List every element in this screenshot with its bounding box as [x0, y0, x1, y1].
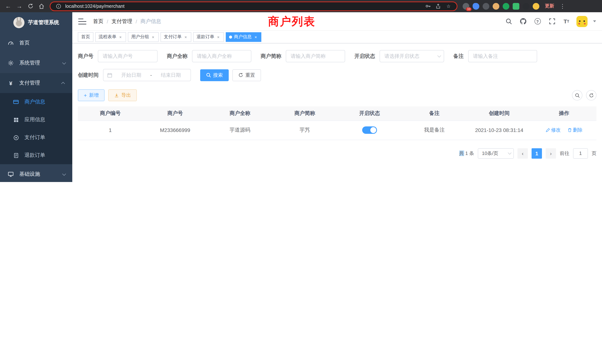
page-number-1[interactable]: 1 — [532, 148, 542, 159]
sidebar-item-label: 基础设施 — [19, 171, 40, 178]
prev-page-button[interactable]: ‹ — [517, 148, 528, 159]
sidebar-item-refund-order[interactable]: 退款订单 — [0, 146, 72, 164]
tab-home[interactable]: 首页 — [78, 32, 93, 42]
site-info-icon[interactable] — [55, 3, 62, 9]
short-name-input[interactable] — [286, 50, 345, 62]
extension-icon-6[interactable] — [513, 3, 519, 10]
full-name-input[interactable] — [192, 50, 251, 62]
tab-user-group[interactable]: 用户分组 × — [128, 32, 159, 42]
logo[interactable]: 芋道管理系统 — [0, 12, 72, 33]
create-time-range-picker[interactable]: 开始日期 - 结束日期 — [103, 69, 191, 81]
chevron-down-icon — [508, 151, 512, 155]
extension-icon-1[interactable]: 10 — [463, 3, 469, 10]
plus-icon: + — [84, 92, 87, 98]
sidebar-item-system[interactable]: 系统管理 — [0, 53, 72, 73]
tab-pay-order[interactable]: 支付订单 × — [161, 32, 191, 42]
download-icon — [114, 93, 119, 98]
main-content: 商户列表 首页 / 支付管理 / 商户信息 ? — [72, 12, 602, 182]
tab-label: 首页 — [81, 34, 90, 40]
delete-link[interactable]: 删除 — [567, 127, 582, 133]
page-size-select[interactable]: 10条/页 — [478, 148, 514, 159]
sidebar-item-payment[interactable]: ¥ 支付管理 — [0, 73, 72, 93]
date-separator: - — [150, 72, 152, 78]
remark-input[interactable] — [468, 50, 537, 62]
total-prefix: 共 — [459, 150, 464, 156]
extension-icon-5[interactable] — [503, 3, 509, 10]
refresh-table-icon[interactable] — [586, 90, 596, 100]
sidebar: 芋道管理系统 首页 系统管理 ¥ 支付管理 商户信息 — [0, 12, 72, 182]
tab-merchant-info[interactable]: 商户信息 × — [226, 32, 261, 42]
goto-label: 前往 — [560, 150, 569, 157]
back-icon[interactable]: ← — [3, 1, 13, 11]
sidebar-item-home[interactable]: 首页 — [0, 33, 72, 53]
forward-icon[interactable]: → — [14, 1, 24, 11]
date-end-placeholder: 结束日期 — [155, 72, 187, 78]
close-icon[interactable]: × — [254, 35, 258, 39]
tab-refund-order[interactable]: 退款订单 × — [193, 32, 224, 42]
breadcrumb-payment[interactable]: 支付管理 — [112, 18, 132, 25]
chevron-down-icon — [437, 54, 441, 57]
extension-icon-7[interactable] — [523, 3, 529, 10]
close-icon[interactable]: × — [118, 35, 123, 39]
col-full-name: 商户全称 — [208, 106, 272, 120]
extension-icon-4[interactable] — [493, 3, 499, 10]
reload-icon[interactable] — [25, 1, 36, 11]
breadcrumb-home[interactable]: 首页 — [93, 18, 103, 25]
sidebar-item-app-info[interactable]: 应用信息 — [0, 111, 72, 129]
edit-link[interactable]: 修改 — [546, 127, 561, 133]
extension-icon-2[interactable] — [473, 3, 479, 10]
password-key-icon[interactable] — [424, 3, 431, 9]
search-icon[interactable] — [504, 17, 513, 26]
goto-page-input[interactable] — [573, 148, 588, 159]
browser-update-button[interactable]: 更新 — [545, 3, 554, 9]
merchant-no-input[interactable] — [98, 50, 158, 62]
col-remark: 备注 — [402, 106, 467, 120]
close-icon[interactable]: × — [216, 35, 221, 39]
home-icon[interactable] — [36, 1, 47, 11]
extensions-area: 10 更新 ⋮ — [463, 3, 568, 10]
status-select[interactable]: 请选择开启状态 — [380, 50, 444, 62]
table-mini-tools — [572, 90, 596, 100]
total-suffix: 条 — [469, 150, 474, 156]
breadcrumb: 首页 / 支付管理 / 商户信息 — [93, 18, 161, 25]
sidebar-item-label: 商户信息 — [24, 99, 45, 105]
col-actions: 操作 — [532, 106, 596, 120]
user-avatar[interactable] — [576, 16, 588, 27]
tabs-bar: 首页 流程表单 × 用户分组 × 支付订单 × 退款订单 × 商户信息 × — [72, 31, 602, 43]
close-icon[interactable]: × — [151, 35, 155, 39]
sidebar-item-merchant-info[interactable]: 商户信息 — [0, 93, 72, 111]
sidebar-collapse-icon[interactable] — [78, 18, 86, 24]
url-text[interactable]: localhost:1024/pay/merchant — [65, 3, 421, 9]
refresh-icon — [238, 73, 243, 77]
hide-search-icon[interactable] — [572, 90, 582, 100]
extension-icon-8[interactable] — [533, 3, 539, 10]
browser-menu-icon[interactable]: ⋮ — [558, 3, 568, 10]
sidebar-item-infrastructure[interactable]: 基础设施 — [0, 164, 72, 182]
sidebar-item-pay-order[interactable]: 支付订单 — [0, 129, 72, 146]
next-page-button[interactable]: › — [546, 148, 556, 159]
share-icon[interactable] — [434, 3, 442, 9]
avatar-caret-icon[interactable] — [593, 20, 596, 22]
export-button[interactable]: 导出 — [108, 89, 137, 101]
github-icon[interactable] — [519, 17, 527, 26]
gear-icon — [7, 60, 14, 66]
bookmark-star-icon[interactable]: ☆ — [445, 3, 452, 9]
help-icon[interactable]: ? — [533, 17, 542, 26]
tab-label: 支付订单 — [164, 34, 182, 40]
close-icon[interactable]: × — [183, 35, 188, 39]
add-button[interactable]: + 新增 — [78, 89, 105, 101]
font-size-icon[interactable]: TT — [562, 17, 571, 26]
reset-button[interactable]: 重置 — [232, 69, 261, 81]
document-icon — [13, 152, 19, 158]
chevron-down-icon — [62, 172, 66, 175]
yen-icon: ¥ — [7, 80, 14, 86]
status-toggle[interactable] — [362, 126, 377, 134]
extension-icon-3[interactable] — [483, 3, 489, 10]
table-header-row: 商户编号 商户号 商户全称 商户简称 开启状态 备注 创建时间 操作 — [78, 106, 596, 120]
search-button[interactable]: 搜索 — [200, 69, 229, 81]
url-bar[interactable]: localhost:1024/pay/merchant ☆ — [50, 1, 457, 11]
fullscreen-icon[interactable] — [548, 17, 556, 26]
tab-process-form[interactable]: 流程表单 × — [95, 32, 126, 42]
screen: ← → localhost:1024/pay/merchant ☆ 10 — [0, 0, 602, 182]
navbar-actions: ? TT — [504, 16, 596, 27]
